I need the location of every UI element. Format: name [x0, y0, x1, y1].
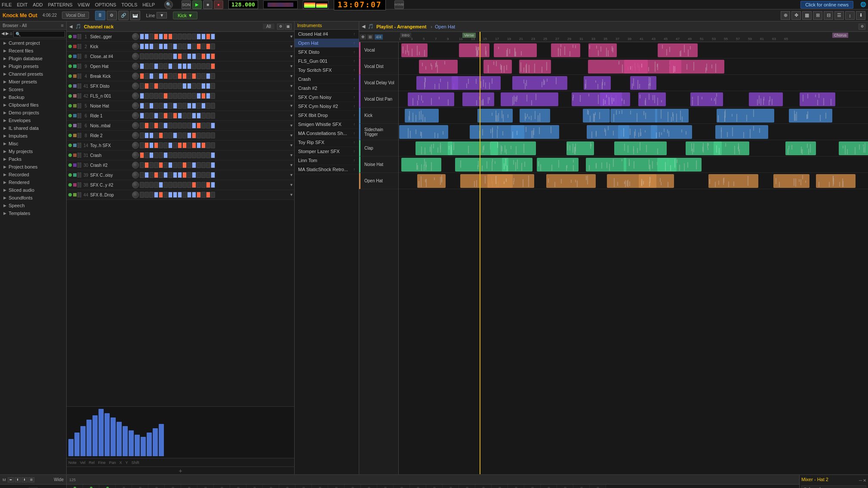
mixer-channel-27[interactable]: String: [508, 485, 524, 488]
channel-row-3[interactable]: 9 Open Hat ▼: [67, 61, 294, 71]
ch-mute[interactable]: [77, 113, 79, 118]
menu-file[interactable]: FILE: [2, 2, 12, 7]
ch-solo[interactable]: [80, 113, 81, 118]
beat-btn-10-10[interactable]: [187, 132, 191, 138]
mixer-channel-31[interactable]: crash: [573, 485, 590, 488]
beat-btn-12-10[interactable]: [187, 152, 191, 158]
beat-btn-16-1[interactable]: [145, 192, 149, 198]
beat-btn-11-13[interactable]: [201, 142, 206, 148]
beat-btn-6-9[interactable]: [182, 93, 187, 99]
channel-row-8[interactable]: 6 Ride 1 ▼: [67, 111, 294, 121]
beat-btn-9-2[interactable]: [149, 123, 154, 129]
channel-volume-knob[interactable]: [132, 83, 139, 89]
beat-btn-0-9[interactable]: [182, 34, 187, 40]
beat-btn-4-12[interactable]: [197, 73, 201, 79]
sidebar-item-recorded[interactable]: ▶Recorded: [0, 171, 66, 178]
beat-btn-12-6[interactable]: [168, 152, 172, 158]
beat-btn-0-14[interactable]: [206, 34, 210, 40]
beat-btn-10-4[interactable]: [159, 132, 163, 138]
channel-arrow[interactable]: ▼: [289, 173, 293, 177]
add-channel-row[interactable]: +: [67, 467, 294, 474]
ch-solo[interactable]: [80, 54, 81, 59]
beat-btn-8-1[interactable]: [145, 113, 149, 119]
beat-btn-11-10[interactable]: [187, 142, 191, 148]
pattern-block[interactable]: [566, 141, 594, 155]
beat-btn-5-7[interactable]: [173, 83, 177, 89]
track-label-2[interactable]: Vocal Delay Vol: [359, 75, 398, 91]
timeline-controls[interactable]: ✥ ⊞ 4/4: [360, 34, 383, 40]
ch-solo[interactable]: [80, 123, 81, 128]
beat-btn-16-0[interactable]: [140, 192, 144, 198]
beat-btn-6-13[interactable]: [201, 93, 206, 99]
beat-btn-15-2[interactable]: [149, 182, 154, 188]
beat-btn-8-6[interactable]: [168, 113, 172, 119]
beat-btn-9-4[interactable]: [159, 123, 163, 129]
beat-btn-4-8[interactable]: [178, 73, 182, 79]
mixer-channel-21[interactable]: Bassline: [410, 485, 426, 488]
beat-btn-9-3[interactable]: [154, 123, 158, 129]
record-button[interactable]: ●: [214, 0, 223, 9]
beat-btn-16-14[interactable]: [206, 192, 210, 198]
beat-btn-2-14[interactable]: [206, 53, 210, 59]
beat-btn-11-1[interactable]: [145, 142, 149, 148]
beat-btn-4-6[interactable]: [168, 73, 172, 79]
channel-row-10[interactable]: 8 Ride 2 ▼: [67, 131, 294, 141]
beat-btn-14-14[interactable]: [206, 172, 210, 178]
beat-btn-5-10[interactable]: [187, 83, 191, 89]
beat-btn-8-10[interactable]: [187, 113, 191, 119]
mixer-channel-15[interactable]: Attack Clip 1a: [312, 485, 328, 488]
tool-2[interactable]: ✥: [791, 11, 801, 20]
channel-row-0[interactable]: 1 Sidec..gger ▼: [67, 32, 294, 42]
pattern-block[interactable]: [785, 141, 816, 155]
beat-btn-16-2[interactable]: [149, 192, 154, 198]
channel-row-14[interactable]: 39 SFX C..oisy ▼: [67, 170, 294, 180]
pattern-block[interactable]: [816, 174, 856, 188]
beat-btn-12-15[interactable]: [211, 152, 215, 158]
beat-btn-15-3[interactable]: [154, 182, 158, 188]
menu-add[interactable]: ADD: [33, 2, 43, 7]
sidebar-item-clipboard-files[interactable]: ▶Clipboard files: [0, 101, 66, 109]
track-row-5[interactable]: [399, 124, 868, 140]
pattern-block[interactable]: [669, 60, 724, 74]
channel-color[interactable]: [73, 183, 77, 187]
beat-btn-1-13[interactable]: [201, 43, 206, 49]
channel-rack-close[interactable]: ◀: [69, 24, 73, 29]
pattern-block[interactable]: [551, 43, 580, 57]
beat-btn-12-1[interactable]: [145, 152, 149, 158]
beat-btn-6-14[interactable]: [206, 93, 210, 99]
instrument-item-15[interactable]: MA StaticShock Retro...↑: [295, 165, 359, 174]
beat-btn-3-10[interactable]: [187, 63, 191, 69]
beat-btn-5-2[interactable]: [149, 83, 154, 89]
mixer-channel-24[interactable]: Chop FX: [459, 485, 475, 488]
beat-btn-0-8[interactable]: [178, 34, 182, 40]
beat-btn-8-2[interactable]: [149, 113, 154, 119]
beat-btn-12-14[interactable]: [206, 152, 210, 158]
ch-mute[interactable]: [77, 83, 79, 89]
beat-btn-3-11[interactable]: [192, 63, 196, 69]
pattern-block[interactable]: [483, 60, 512, 74]
beat-btn-13-14[interactable]: [206, 162, 210, 168]
channel-row-9[interactable]: 6 Nois..mbal ▼: [67, 121, 294, 131]
beat-btn-3-8[interactable]: [178, 63, 182, 69]
beat-btn-7-4[interactable]: [159, 103, 163, 109]
beat-btn-10-9[interactable]: [182, 132, 187, 138]
beat-btn-13-7[interactable]: [173, 162, 177, 168]
pattern-block[interactable]: [546, 174, 596, 188]
playlist-collapse[interactable]: ◀: [362, 24, 365, 29]
beat-btn-8-9[interactable]: [182, 113, 187, 119]
beat-btn-11-9[interactable]: [182, 142, 187, 148]
stop-button[interactable]: ■: [203, 0, 212, 9]
beat-btn-2-13[interactable]: [201, 53, 206, 59]
sidebar-item-current-project[interactable]: ▶Current project: [0, 39, 66, 47]
beat-btn-0-6[interactable]: [168, 34, 172, 40]
beat-btn-0-4[interactable]: [159, 34, 163, 40]
channel-volume-knob[interactable]: [132, 63, 139, 70]
pattern-block[interactable]: [588, 43, 617, 57]
beat-btn-10-14[interactable]: [206, 132, 210, 138]
ch-solo[interactable]: [80, 44, 81, 49]
beat-btn-14-2[interactable]: [149, 172, 154, 178]
channel-color[interactable]: [73, 144, 77, 147]
beat-btn-0-15[interactable]: [211, 34, 215, 40]
beat-btn-4-15[interactable]: [211, 73, 215, 79]
track-label-3[interactable]: Vocal Dist Pan: [359, 91, 398, 107]
